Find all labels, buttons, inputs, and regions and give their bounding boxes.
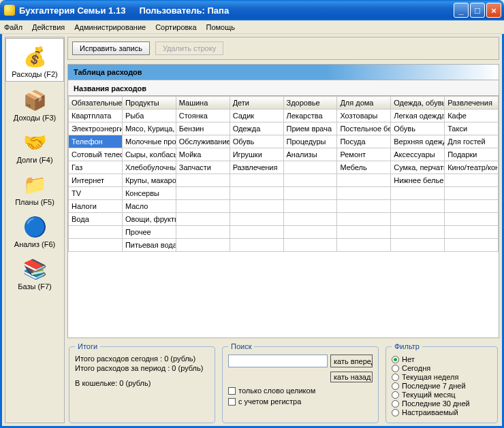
column-header[interactable]: Развлечения [445,97,499,110]
table-cell[interactable]: Обувь [391,122,445,135]
menu-файл[interactable]: Файл [4,23,22,31]
table-cell[interactable]: Лекарства [283,110,337,122]
column-header[interactable]: Дети [230,97,283,110]
table-cell[interactable]: Молочные продукты [122,135,176,148]
table-cell[interactable] [391,226,445,239]
filter-option-0[interactable]: Нет [392,355,492,363]
filter-option-3[interactable]: Последние 7 дней [392,382,492,390]
table-cell[interactable]: Такси [445,122,499,135]
table-cell[interactable] [230,226,283,239]
close-button[interactable]: × [486,3,501,18]
table-cell[interactable]: Подарки [445,148,499,161]
table-cell[interactable] [176,239,230,252]
sidebar-item-1[interactable]: 📦Доходы (F3) [5,82,64,125]
table-cell[interactable]: Крупы, макароны [122,174,176,187]
edit-record-button[interactable]: Исправить запись [72,42,150,55]
sidebar-item-2[interactable]: 🤝Долги (F4) [5,125,64,167]
table-cell[interactable] [283,226,337,239]
table-cell[interactable]: Мойка [176,148,230,161]
menu-администрирование[interactable]: Администрирование [74,23,146,31]
whole-word-checkbox[interactable]: только слово целиком [228,386,373,395]
filter-option-1[interactable]: Сегодня [392,364,492,372]
table-cell[interactable] [230,213,283,226]
filter-option-2[interactable]: Текущая неделя [392,373,492,381]
table-cell[interactable] [176,226,230,239]
expense-categories-table[interactable]: ОбязательныеПродуктыМашинаДетиЗдоровьеДл… [68,96,499,252]
column-header[interactable]: Одежда, обувь [391,97,445,110]
table-cell[interactable]: Консервы [122,187,176,200]
table-cell[interactable] [283,239,337,252]
table-cell[interactable]: Овощи, фрукты [122,213,176,226]
table-cell[interactable]: Садик [230,110,283,122]
table-cell[interactable] [445,200,499,213]
table-cell[interactable] [230,187,283,200]
table-cell[interactable] [337,226,391,239]
table-cell[interactable]: Развлечения [230,161,283,174]
table-cell[interactable] [391,213,445,226]
table-cell[interactable]: Обслуживание [176,135,230,148]
table-cell[interactable] [176,187,230,200]
table-cell[interactable] [283,187,337,200]
table-cell[interactable] [391,200,445,213]
minimize-button[interactable]: _ [454,3,469,18]
table-cell[interactable]: Масло [122,200,176,213]
search-backward-button[interactable]: кать назад [330,372,373,382]
table-cell[interactable]: Мебель [337,161,391,174]
table-cell[interactable]: Кафе [445,110,499,122]
table-cell[interactable]: Вода [69,213,123,226]
maximize-button[interactable]: □ [470,3,485,18]
table-cell[interactable]: Постельное белье [337,122,391,135]
table-cell[interactable] [445,187,499,200]
table-cell[interactable]: Стоянка [176,110,230,122]
search-input[interactable] [228,355,328,367]
table-cell[interactable] [283,161,337,174]
table-cell[interactable]: Питьевая вода [122,239,176,252]
table-cell[interactable] [176,174,230,187]
case-sensitive-checkbox[interactable]: с учетом регистра [228,397,373,406]
table-cell[interactable]: Кино/театр/концерт [445,161,499,174]
menu-сортировка[interactable]: Сортировка [155,23,196,31]
table-cell[interactable]: Посуда [337,135,391,148]
table-cell[interactable]: Верхняя одежда [391,135,445,148]
table-cell[interactable] [445,174,499,187]
table-cell[interactable] [283,174,337,187]
table-cell[interactable]: Телефон [69,135,123,148]
filter-option-4[interactable]: Текущий месяц [392,391,492,399]
column-header[interactable]: Машина [176,97,230,110]
search-forward-button[interactable]: кать вперед [330,355,373,367]
sidebar-item-4[interactable]: 🔵Анализ (F6) [5,209,64,251]
table-cell[interactable]: Обувь [230,135,283,148]
table-cell[interactable] [391,239,445,252]
table-cell[interactable]: Квартплата [69,110,123,122]
table-cell[interactable]: Игрушки [230,148,283,161]
table-cell[interactable]: Сотовый телефон [69,148,123,161]
table-cell[interactable]: Прием врача [283,122,337,135]
table-cell[interactable] [283,213,337,226]
filter-option-5[interactable]: Последние 30 дней [392,399,492,408]
column-header[interactable]: Для дома [337,97,391,110]
column-header[interactable]: Продукты [122,97,176,110]
table-cell[interactable] [445,213,499,226]
table-cell[interactable] [176,200,230,213]
column-header[interactable]: Обязательные [69,97,123,110]
table-cell[interactable]: Одежда [230,122,283,135]
table-cell[interactable]: Интернет [69,174,123,187]
table-cell[interactable] [337,174,391,187]
table-cell[interactable]: Аксессуары [391,148,445,161]
table-cell[interactable]: Сумка, перчатки [391,161,445,174]
table-cell[interactable] [230,200,283,213]
table-cell[interactable] [230,239,283,252]
table-cell[interactable] [445,226,499,239]
sidebar-item-0[interactable]: 💰Расходы (F2) [5,38,64,82]
table-cell[interactable] [283,200,337,213]
table-cell[interactable]: Хозтовары [337,110,391,122]
table-cell[interactable] [230,174,283,187]
table-cell[interactable]: Электроэнергия [69,122,123,135]
table-cell[interactable] [69,239,123,252]
column-header[interactable]: Здоровье [283,97,337,110]
table-cell[interactable]: Газ [69,161,123,174]
table-cell[interactable]: Сыры, колбасы [122,148,176,161]
table-cell[interactable]: Запчасти [176,161,230,174]
table-cell[interactable]: Хлебобулочные [122,161,176,174]
menu-действия[interactable]: Действия [32,23,65,31]
